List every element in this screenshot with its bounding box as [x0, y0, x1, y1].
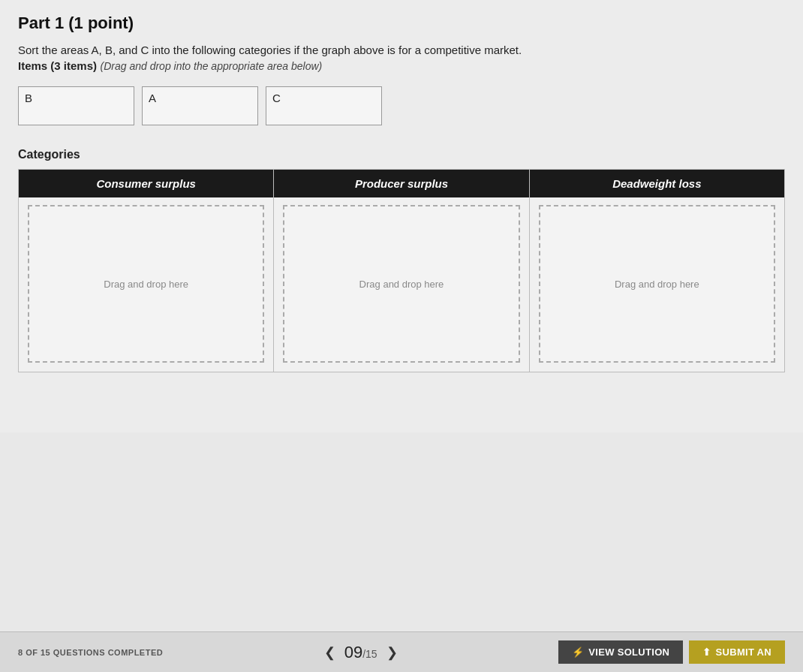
part-title: Part 1 (1 point): [18, 14, 785, 33]
drag-item-a[interactable]: A: [142, 86, 258, 125]
page-separator: /15: [362, 648, 377, 660]
consumer-surplus-drop-hint: Drag and drop here: [104, 279, 188, 290]
category-deadweight-loss: Deadweight loss Drag and drop here: [530, 170, 784, 372]
categories-container: Consumer surplus Drag and drop here Prod…: [18, 169, 785, 372]
producer-surplus-drop-area[interactable]: Drag and drop here: [283, 205, 519, 363]
upload-icon: ⬆: [702, 646, 711, 658]
category-producer-surplus: Producer surplus Drag and drop here: [274, 170, 529, 372]
deadweight-loss-drop-area[interactable]: Drag and drop here: [539, 205, 775, 363]
producer-surplus-drop-hint: Drag and drop here: [359, 279, 444, 290]
categories-wrapper: Consumer surplus Drag and drop here Prod…: [18, 169, 785, 372]
instruction-text: Sort the areas A, B, and C into the foll…: [18, 44, 785, 56]
drag-item-c[interactable]: C: [266, 86, 382, 125]
deadweight-loss-header: Deadweight loss: [530, 170, 784, 197]
items-label-row: Items (3 items) (Drag and drop into the …: [18, 59, 785, 73]
deadweight-loss-drop-hint: Drag and drop here: [615, 279, 699, 290]
progress-text: 8 OF 15 QUESTIONS COMPLETED: [18, 648, 163, 657]
next-button[interactable]: ❯: [382, 643, 402, 662]
nav-controls: ❮ 09/15 ❯: [320, 643, 402, 662]
view-solution-label: VIEW SOLUTION: [588, 646, 669, 658]
current-page: 09: [344, 643, 362, 661]
drag-item-b[interactable]: B: [18, 86, 134, 125]
page-indicator: 09/15: [344, 643, 377, 662]
lightning-icon: ⚡: [572, 646, 584, 658]
consumer-surplus-header: Consumer surplus: [19, 170, 273, 197]
prev-button[interactable]: ❮: [320, 643, 340, 662]
producer-surplus-header: Producer surplus: [274, 170, 528, 197]
items-label: Items (3 items): [18, 59, 97, 72]
consumer-surplus-drop-area[interactable]: Drag and drop here: [28, 205, 264, 363]
submit-label: SUBMIT AN: [716, 646, 771, 658]
drag-items-container: B A C: [18, 86, 785, 125]
bottom-bar: 8 OF 15 QUESTIONS COMPLETED ❮ 09/15 ❯ ⚡ …: [0, 631, 803, 672]
view-solution-button[interactable]: ⚡ VIEW SOLUTION: [558, 640, 683, 664]
bottom-right-buttons: ⚡ VIEW SOLUTION ⬆ SUBMIT AN: [558, 640, 785, 664]
categories-label: Categories: [18, 148, 785, 161]
category-consumer-surplus: Consumer surplus Drag and drop here: [19, 170, 274, 372]
submit-button[interactable]: ⬆ SUBMIT AN: [689, 640, 785, 664]
items-hint: (Drag and drop into the appropriate area…: [101, 59, 323, 72]
